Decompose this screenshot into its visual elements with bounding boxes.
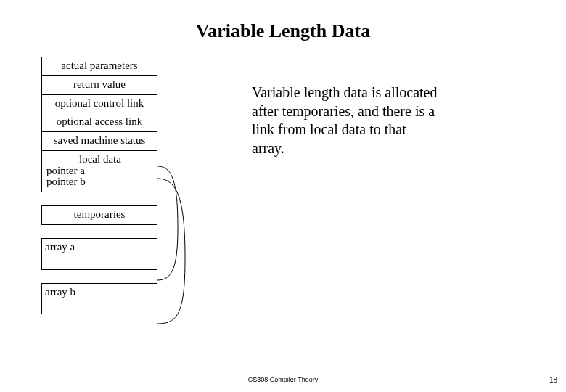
slide-title: Variable Length Data bbox=[0, 0, 566, 57]
cell-array-b: array b bbox=[41, 283, 157, 315]
cell-return-value: return value bbox=[41, 75, 157, 95]
cell-machine-status: saved machine status bbox=[41, 131, 157, 151]
activation-record-stack: actual parameters return value optional … bbox=[41, 57, 157, 314]
cell-control-link: optional control link bbox=[41, 94, 157, 114]
pointer-b-connector bbox=[157, 179, 194, 353]
slide-description: Variable length data is allocated after … bbox=[157, 57, 440, 158]
cell-array-a: array a bbox=[41, 238, 157, 270]
cell-temporaries: temporaries bbox=[41, 205, 157, 225]
pointer-b-label: pointer b bbox=[46, 176, 86, 187]
footer-page-number: 18 bbox=[549, 376, 557, 384]
cell-actual-parameters: actual parameters bbox=[41, 57, 157, 76]
local-data-header: local data bbox=[46, 154, 154, 166]
cell-local-data: local data pointer a pointer b bbox=[41, 150, 157, 192]
footer-course-label: CS308 Compiler Theory bbox=[0, 376, 566, 383]
slide-content: actual parameters return value optional … bbox=[0, 57, 566, 314]
pointer-a-connector bbox=[157, 166, 186, 297]
pointer-a-label: pointer a bbox=[46, 165, 85, 176]
cell-access-link: optional access link bbox=[41, 113, 157, 132]
